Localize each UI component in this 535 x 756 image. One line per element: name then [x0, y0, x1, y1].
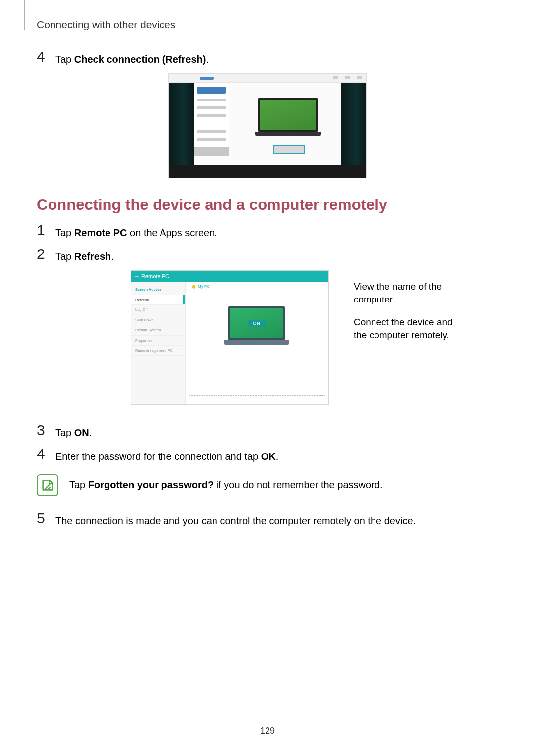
step-text: Enter the password for the connection an… [55, 447, 278, 463]
breadcrumb: Connecting with other devices [37, 19, 175, 31]
text: . [206, 54, 209, 65]
text: Tap [69, 479, 88, 490]
page-number: 129 [260, 726, 275, 736]
text: Enter the password for the connection an… [55, 451, 261, 462]
step-5: 5 The connection is made and you can con… [37, 511, 498, 528]
text: if you do not remember the password. [214, 479, 382, 490]
computer-name-chip: My PC [192, 284, 210, 289]
bold: OK [261, 451, 276, 462]
step-4-top: 4 Tap Check connection (Refresh). [37, 50, 498, 66]
top-margin-rule [24, 0, 25, 30]
callout-leader-line [261, 286, 317, 286]
window-border-left [169, 83, 194, 165]
bold: ON [74, 427, 89, 438]
laptop-icon [258, 98, 318, 138]
sidebar-item: Shut Down [131, 315, 185, 326]
sidebar-item: Restart System [131, 325, 185, 336]
note-block: Tap Forgotten your password? if you do n… [37, 474, 498, 496]
page-content: 4 Tap Check connection (Refresh). Connec… [37, 50, 498, 535]
step-1: 1 Tap Remote PC on the Apps screen. [37, 223, 498, 240]
figure-refresh-button [273, 145, 305, 154]
figure-sidebar: Screen Access Refresh Log Off Shut Down … [131, 282, 186, 404]
window-titlebar [169, 74, 366, 83]
callout-computer-name: View the name of the computer. [354, 280, 453, 305]
text: Tap [55, 54, 74, 65]
text: Tap [55, 251, 74, 262]
sidebar-item: Remove registered PC [131, 346, 185, 356]
bold: Check connection (Refresh) [74, 54, 206, 65]
figure-main-pane: My PC ON [186, 282, 328, 404]
sidebar-item: Log Off [131, 305, 185, 315]
figure-sidebar [194, 83, 229, 156]
text: . [89, 427, 92, 438]
note-text: Tap Forgotten your password? if you do n… [69, 474, 382, 491]
step-number: 3 [37, 423, 55, 438]
step-4: 4 Enter the password for the connection … [37, 447, 498, 463]
step-text: Tap Refresh. [55, 247, 114, 263]
window-controls [333, 76, 362, 79]
text: Tap [55, 427, 74, 438]
text: The connection is made and you can contr… [55, 515, 416, 526]
step-text: The connection is made and you can contr… [55, 511, 416, 528]
text: Tap [55, 227, 74, 238]
step-number: 4 [37, 50, 55, 64]
back-label: ← Remote PC [134, 273, 169, 279]
laptop-icon: ON [228, 306, 285, 347]
figure-desktop-window [168, 73, 367, 178]
figure-app-header: ← Remote PC ⋮ [131, 271, 328, 282]
bold: Forgotten your password? [88, 479, 214, 490]
step-number: 4 [37, 447, 55, 461]
window-border-right [341, 83, 366, 165]
divider-dashed [189, 395, 325, 396]
step-number: 2 [37, 247, 55, 261]
step-number: 5 [37, 511, 55, 526]
sidebar-item: Properties [131, 336, 185, 346]
callout-leader-line [299, 322, 317, 322]
step-2: 2 Tap Refresh. [37, 247, 498, 263]
sidebar-item: Refresh [131, 295, 185, 305]
bold: Remote PC [74, 227, 127, 238]
note-icon [37, 474, 58, 496]
step-text: Tap Remote PC on the Apps screen. [55, 223, 217, 240]
figure-tablet: ← Remote PC ⋮ Screen Access Refresh Log … [131, 270, 329, 405]
step-3: 3 Tap ON. [37, 423, 498, 440]
on-button-illustration: ON [248, 320, 266, 327]
section-heading: Connecting the device and a computer rem… [37, 196, 498, 214]
step-number: 1 [37, 223, 55, 238]
figure-tablet-with-callouts: ← Remote PC ⋮ Screen Access Refresh Log … [37, 270, 498, 411]
sidebar-item: Screen Access [131, 285, 185, 295]
text: on the Apps screen. [127, 227, 217, 238]
text: . [111, 251, 114, 262]
bold: Refresh [74, 251, 111, 262]
step-text: Tap Check connection (Refresh). [55, 50, 209, 66]
more-icon: ⋮ [318, 272, 324, 280]
window-body [194, 83, 341, 165]
text: . [276, 451, 279, 462]
callout-connect: Connect the device and the computer remo… [354, 316, 468, 341]
step-text: Tap ON. [55, 423, 92, 440]
